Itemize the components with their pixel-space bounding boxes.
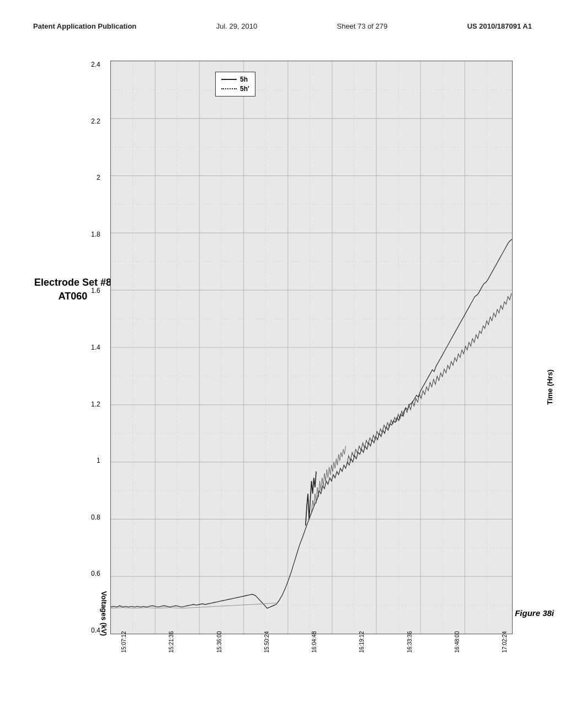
page: Patent Application Publication Jul. 29, … [0, 0, 565, 728]
figure-label: Figure 38i [515, 608, 554, 618]
legend-label-dotted: 5h' [240, 85, 249, 93]
legend-label-solid: 5h [240, 76, 248, 83]
legend-line-dotted [221, 88, 237, 89]
y-tick: 0.6 [91, 570, 103, 577]
y-tick: 1.4 [91, 344, 103, 351]
chart-svg [111, 61, 512, 634]
header: Patent Application Publication Jul. 29, … [33, 22, 532, 30]
x-tick: 17:02:24 [502, 631, 508, 653]
sheet-label: Sheet 73 of 279 [337, 22, 387, 30]
x-tick: 16:04:48 [311, 631, 317, 653]
x-tick: 15:21:36 [169, 631, 175, 653]
patent-number: US 2010/187091 A1 [467, 22, 532, 30]
y-tick: 0.8 [91, 513, 103, 521]
x-axis-ticks: 15:07:12 15:21:36 15:36:00 15:50:24 16:0… [110, 640, 513, 648]
x-tick: 16:33:36 [407, 631, 413, 653]
y-axis-ticks: 2.4 2.2 2 1.8 1.6 1.4 1.2 1 0.8 0.6 0.4 [91, 61, 103, 634]
y-tick: 1 [97, 457, 103, 464]
x-tick: 16:19:12 [359, 631, 365, 653]
x-tick: 15:50:24 [264, 631, 270, 653]
legend-item-dotted: 5h' [221, 85, 249, 93]
y-tick: 1.8 [91, 231, 103, 238]
y-tick: 2.4 [91, 61, 103, 68]
y-tick: 0.4 [91, 627, 103, 634]
publication-label: Patent Application Publication [33, 22, 136, 30]
x-tick: 16:48:00 [454, 631, 460, 653]
chart-inner [110, 61, 513, 634]
x-tick: 15:36:00 [216, 631, 222, 653]
legend-item-solid: 5h [221, 76, 249, 83]
y-tick: 2 [97, 174, 103, 181]
legend-line-solid [221, 79, 237, 80]
chart-area [110, 61, 513, 634]
x-axis-label: Time (Hrs) [546, 370, 554, 405]
y-tick: 2.2 [91, 117, 103, 125]
y-tick: 1.2 [91, 400, 103, 408]
legend-box: 5h 5h' [215, 72, 255, 97]
y-tick: 1.6 [91, 287, 103, 295]
date-label: Jul. 29, 2010 [216, 22, 257, 30]
x-tick: 15:07:12 [121, 631, 127, 653]
